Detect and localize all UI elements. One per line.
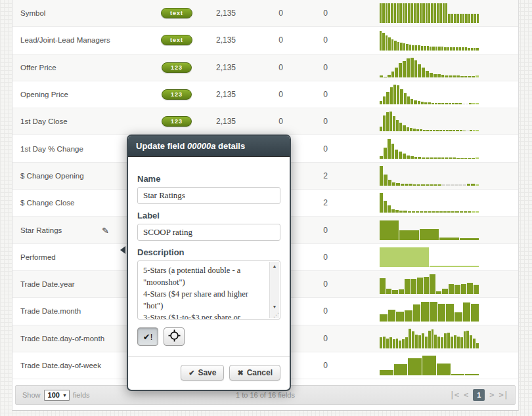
scope-toggle-button[interactable] xyxy=(164,327,185,346)
histogram-bar xyxy=(437,3,439,23)
type-badge[interactable]: 123 xyxy=(162,116,192,127)
histogram-bar xyxy=(403,43,405,51)
type-badge[interactable]: 123 xyxy=(162,62,192,73)
histogram-bar xyxy=(386,339,389,348)
save-button[interactable]: ✔ Save xyxy=(181,365,224,381)
name-field[interactable] xyxy=(137,187,280,204)
name-label: Name xyxy=(137,174,280,184)
histogram-bar xyxy=(410,99,413,104)
histogram[interactable] xyxy=(380,31,479,51)
prev-page-button[interactable]: < xyxy=(464,390,468,400)
type-badge[interactable]: 123 xyxy=(162,89,192,100)
histogram-bar xyxy=(418,157,421,159)
histogram-bar xyxy=(471,14,473,23)
field-name: Opening Price xyxy=(20,91,68,98)
scroll-up-icon[interactable]: ▲ xyxy=(273,264,277,268)
histogram-bar xyxy=(401,184,404,186)
histogram-bar xyxy=(380,247,429,267)
dialog-actions: ✔ Save ✖ Cancel xyxy=(137,357,280,382)
histogram[interactable] xyxy=(380,356,479,375)
histogram-bar xyxy=(403,154,406,159)
type-badge[interactable]: text xyxy=(161,8,192,18)
histogram-bar xyxy=(476,184,479,186)
histogram[interactable] xyxy=(380,166,479,186)
option-toggles: ✔! xyxy=(137,327,280,346)
histogram[interactable] xyxy=(380,220,479,240)
histogram-bar xyxy=(394,364,408,375)
histogram-bar xyxy=(448,14,450,23)
histogram-bar xyxy=(391,209,395,213)
histogram[interactable] xyxy=(380,85,479,104)
histogram[interactable] xyxy=(380,329,479,348)
next-page-button[interactable]: > xyxy=(489,390,494,400)
histogram[interactable] xyxy=(380,193,479,213)
histogram-bar xyxy=(411,279,417,294)
histogram-bar xyxy=(464,76,468,77)
histogram[interactable] xyxy=(380,247,479,267)
histogram-bar xyxy=(384,201,387,213)
first-page-button[interactable]: |< xyxy=(450,390,459,400)
field-name: Lead/Joint-Lead Managers xyxy=(20,36,110,44)
edit-pencil-icon[interactable]: ✎ xyxy=(102,225,109,235)
histogram-bar xyxy=(454,312,462,322)
histogram-bar xyxy=(465,374,479,375)
check-icon: ✔ xyxy=(188,369,194,377)
histogram-bar xyxy=(382,3,384,23)
histogram[interactable] xyxy=(380,302,479,322)
histogram-bar xyxy=(442,289,448,294)
label-field[interactable] xyxy=(137,224,280,241)
textarea-scrollbar[interactable]: ▲ ▼ xyxy=(269,262,279,318)
histogram-bar xyxy=(428,211,431,213)
histogram-bar xyxy=(428,3,430,23)
histogram-bar xyxy=(473,339,476,348)
histogram[interactable] xyxy=(380,112,479,131)
histogram-bar xyxy=(432,47,434,51)
empty-cell: 0 xyxy=(301,253,328,262)
current-page-button[interactable]: 1 xyxy=(473,389,485,401)
histogram[interactable] xyxy=(380,139,479,159)
histogram-bar xyxy=(433,74,437,77)
histogram-bar xyxy=(383,337,386,348)
histogram-bar xyxy=(444,333,447,348)
histogram-bar xyxy=(424,102,427,104)
field-name: Trade Date.month xyxy=(20,307,81,315)
histogram-bar xyxy=(413,129,416,131)
histogram-bar xyxy=(410,156,414,159)
histogram[interactable] xyxy=(380,274,479,294)
histogram[interactable] xyxy=(380,3,479,23)
histogram-bar xyxy=(380,278,386,294)
histogram-bar xyxy=(417,184,420,186)
histogram-bar xyxy=(380,337,382,348)
histogram-bar xyxy=(437,74,441,77)
histogram-bar xyxy=(449,75,452,77)
last-page-button[interactable]: >| xyxy=(499,390,508,400)
histogram[interactable] xyxy=(380,58,479,77)
histogram-bar xyxy=(460,238,479,240)
histogram-bar xyxy=(476,75,479,77)
cancel-button[interactable]: ✖ Cancel xyxy=(229,365,280,381)
count-cell: 2,135 xyxy=(196,117,236,126)
type-badge[interactable]: text xyxy=(161,35,192,45)
histogram-bar xyxy=(450,47,452,51)
histogram-bar xyxy=(434,335,437,348)
histogram-bar xyxy=(396,339,399,348)
histogram-bar xyxy=(465,47,467,51)
resize-grip-icon[interactable]: ⋰ xyxy=(273,312,278,318)
histogram-bar xyxy=(405,3,407,23)
histogram-bar xyxy=(434,3,436,23)
histogram-bar xyxy=(441,337,443,348)
histogram-bar xyxy=(418,335,421,348)
histogram-bar xyxy=(407,127,409,131)
histogram-bar xyxy=(476,211,479,213)
histogram-bar xyxy=(420,229,439,240)
histogram-bar xyxy=(474,285,479,294)
histogram-bar xyxy=(441,157,445,159)
histogram-bar xyxy=(437,157,441,159)
histogram-bar xyxy=(463,184,466,186)
description-field[interactable]: 5-Stars (a potential double - a "moonsho… xyxy=(138,261,280,319)
field-name: Trade Date.year xyxy=(20,280,75,288)
description-label: Description xyxy=(137,247,280,257)
scroll-down-icon[interactable]: ▼ xyxy=(273,304,277,309)
count-cell: 2,135 xyxy=(196,90,236,99)
validate-toggle-button[interactable]: ✔! xyxy=(137,327,158,346)
